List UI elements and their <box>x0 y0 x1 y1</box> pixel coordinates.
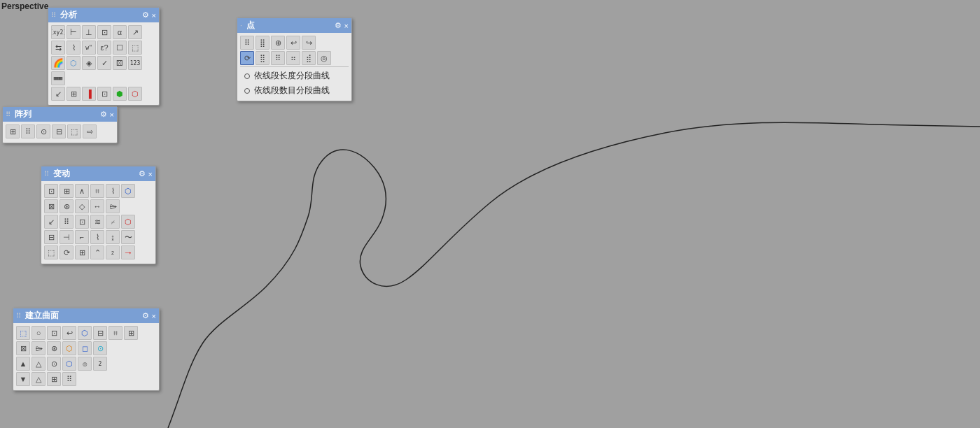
tr-btn-red[interactable]: ⬡ <box>121 215 135 229</box>
transform-panel-header[interactable]: ⠿ 变动 ⚙ × <box>41 166 155 181</box>
tr-btn-wave[interactable]: 〜 <box>121 230 135 244</box>
tr-btn-16[interactable]: ⌿ <box>106 215 120 229</box>
sf-btn-12[interactable]: ⬡ <box>62 341 76 355</box>
transform-settings-icon[interactable]: ⚙ <box>139 169 146 178</box>
tr-btn-2[interactable]: ⊞ <box>59 184 74 198</box>
sf-btn-18[interactable]: ⬡ <box>62 357 76 371</box>
tool-btn-rainbow[interactable]: 🌈 <box>51 56 65 70</box>
sf-btn-13[interactable]: ◻ <box>78 341 92 355</box>
tool-btn-20[interactable]: ⬢ <box>113 87 127 101</box>
arr-btn-1[interactable]: ⊞ <box>6 124 20 138</box>
arr-btn-2[interactable]: ⠿ <box>21 124 35 138</box>
sf-btn-4[interactable]: ↩ <box>62 326 76 340</box>
pts-btn-5[interactable]: ↪ <box>302 36 316 50</box>
tr-btn-9[interactable]: ◇ <box>75 199 89 213</box>
tr-btn-4[interactable]: ⌗ <box>90 184 104 198</box>
tool-btn-123[interactable]: 123 <box>128 56 142 70</box>
sf-btn-15[interactable]: ▲ <box>16 357 30 371</box>
sf-btn-17[interactable]: ⊙ <box>47 357 61 371</box>
analysis-panel-header[interactable]: ⠿ 分析 ⚙ × <box>48 8 159 22</box>
sf-btn-21[interactable]: ▼ <box>16 372 30 386</box>
pts-btn-6[interactable]: ⣿ <box>255 51 270 65</box>
tool-btn-3[interactable]: ⊥ <box>82 25 96 39</box>
array-close-icon[interactable]: × <box>110 110 114 119</box>
tool-btn-21[interactable]: ⬡ <box>128 87 142 101</box>
tr-btn-21[interactable]: ↨ <box>106 230 120 244</box>
pts-btn-8[interactable]: ⠶ <box>286 51 300 65</box>
pts-btn-7[interactable]: ⠿ <box>271 51 285 65</box>
points-settings-icon[interactable]: ⚙ <box>335 21 342 30</box>
tool-btn-2[interactable]: ⊢ <box>66 25 80 39</box>
arr-btn-5[interactable]: ⬚ <box>67 124 81 138</box>
points-panel-header[interactable]: · 点 ⚙ × <box>237 18 351 33</box>
tr-btn-14[interactable]: ⊡ <box>75 215 89 229</box>
tr-btn-11[interactable]: ⌲ <box>106 199 120 213</box>
dropdown-item-2[interactable]: 依线段数目分段曲线 <box>240 83 349 98</box>
tr-btn-13[interactable]: ⠿ <box>59 215 74 229</box>
tr-btn-24[interactable]: ⊞ <box>75 245 89 259</box>
pts-btn-3[interactable]: ⊕ <box>271 36 285 50</box>
array-settings-icon[interactable]: ⚙ <box>100 110 107 119</box>
tool-btn-16[interactable]: ↙ <box>51 87 65 101</box>
sf-btn-1[interactable]: ⬚ <box>16 326 30 340</box>
sf-btn-9[interactable]: ⊠ <box>16 341 30 355</box>
tool-btn-11[interactable]: ☐ <box>113 41 127 55</box>
sf-btn-10[interactable]: ⌲ <box>31 341 46 355</box>
sf-btn-14[interactable]: ⊙ <box>93 341 107 355</box>
tool-btn-6[interactable]: ↗ <box>128 25 142 39</box>
tr-btn-8[interactable]: ⊛ <box>59 199 74 213</box>
tr-btn-7[interactable]: ⊠ <box>44 199 58 213</box>
tr-btn-22[interactable]: ⬚ <box>44 245 58 259</box>
tr-btn-10[interactable]: ↔ <box>90 199 104 213</box>
sf-btn-16[interactable]: △ <box>31 357 46 371</box>
sf-btn-23[interactable]: ⊞ <box>47 372 61 386</box>
sf-btn-7[interactable]: ⌗ <box>108 326 122 340</box>
tool-btn-7[interactable]: ⇆ <box>51 41 65 55</box>
tool-btn-cube[interactable]: ⬡ <box>66 56 80 70</box>
tool-btn-15[interactable]: ⚄ <box>113 56 127 70</box>
sf-btn-22[interactable]: △ <box>31 372 46 386</box>
tr-btn-5[interactable]: ⌇ <box>106 184 120 198</box>
array-panel-header[interactable]: ⠿ 阵列 ⚙ × <box>3 107 117 122</box>
arr-btn-6[interactable]: ⇨ <box>83 124 97 138</box>
pts-btn-10[interactable]: ◎ <box>317 51 331 65</box>
tool-btn-1[interactable]: [xy2] <box>51 25 65 39</box>
dropdown-item-1[interactable]: 依线段长度分段曲线 <box>240 69 349 83</box>
sf-btn-24[interactable]: ⠿ <box>62 372 76 386</box>
arr-btn-grid[interactable]: ⊟ <box>52 124 66 138</box>
tr-btn-6[interactable]: ⬡ <box>121 184 135 198</box>
sf-btn-8[interactable]: ⊞ <box>124 326 138 340</box>
pts-btn-4[interactable]: ↩ <box>286 36 300 50</box>
pts-btn-active[interactable]: ⟳ <box>240 51 254 65</box>
tool-btn-19[interactable]: ⊡ <box>97 87 111 101</box>
tool-btn-10[interactable]: ε? <box>97 41 111 55</box>
tool-btn-13[interactable]: ◈ <box>82 56 96 70</box>
pts-btn-9[interactable]: ⣾ <box>302 51 316 65</box>
surface-panel-header[interactable]: ⠿ 建立曲面 ⚙ × <box>13 308 159 323</box>
pts-btn-2[interactable]: ⣿ <box>255 36 270 50</box>
analysis-settings-icon[interactable]: ⚙ <box>142 10 149 20</box>
surface-settings-icon[interactable]: ⚙ <box>142 311 149 320</box>
sf-btn-11[interactable]: ⊛ <box>47 341 61 355</box>
analysis-close-icon[interactable]: × <box>152 11 156 20</box>
tr-btn-red-arrow[interactable]: → <box>121 245 135 259</box>
tr-btn-26[interactable]: 2 <box>106 245 120 259</box>
sf-btn-6[interactable]: ⊟ <box>93 326 107 340</box>
sf-btn-5[interactable]: ⬡ <box>78 326 92 340</box>
sf-btn-3[interactable]: ⊡ <box>47 326 61 340</box>
tr-btn-20[interactable]: ⌇ <box>90 230 104 244</box>
tr-btn-3[interactable]: ∧ <box>75 184 89 198</box>
pts-btn-1[interactable]: ⠿ <box>240 36 254 50</box>
arr-btn-3[interactable]: ⊙ <box>36 124 50 138</box>
tr-btn-15[interactable]: ≋ <box>90 215 104 229</box>
tool-btn-17[interactable]: ⊞ <box>66 87 80 101</box>
tool-btn-18[interactable]: ▐ <box>82 87 96 101</box>
sf-btn-2[interactable]: ○ <box>31 326 46 340</box>
tr-btn-1[interactable]: ⊡ <box>44 184 58 198</box>
sf-btn-20[interactable]: 2 <box>93 357 107 371</box>
tr-btn-12[interactable]: ↙ <box>44 215 58 229</box>
tr-btn-25[interactable]: ⌃ <box>90 245 104 259</box>
sf-btn-19[interactable]: ⌾ <box>78 357 92 371</box>
tool-btn-5[interactable]: α <box>113 25 127 39</box>
tool-btn-8[interactable]: ⌇ <box>66 41 80 55</box>
